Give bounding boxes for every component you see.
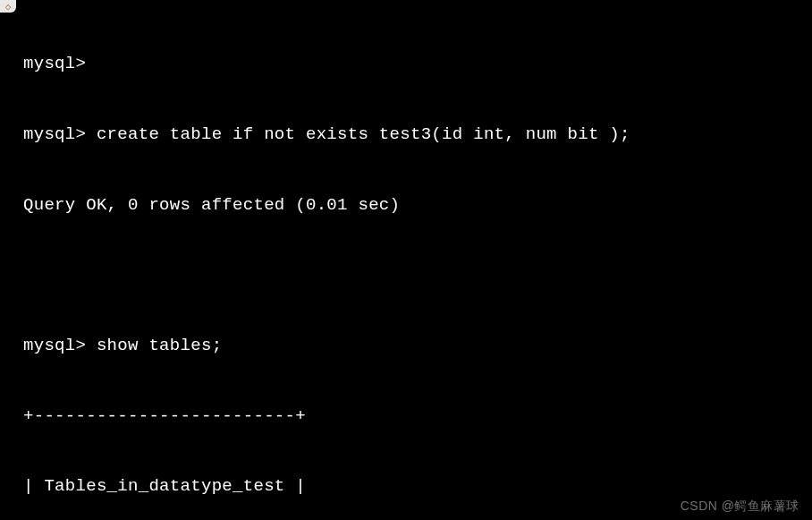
terminal-line: Query OK, 0 rows affected (0.01 sec)	[23, 193, 812, 217]
terminal-line: mysql> show tables;	[23, 334, 812, 357]
watermark: CSDN @鳄鱼麻薯球	[681, 499, 799, 515]
terminal-line	[23, 263, 812, 286]
tab-glyph: ◇	[5, 1, 12, 13]
tab-handle[interactable]: ◇	[0, 0, 16, 13]
terminal-output: mysql> mysql> create table if not exists…	[0, 0, 812, 520]
terminal-line: mysql> create table if not exists test3(…	[23, 123, 812, 146]
terminal-line: +-------------------------+	[23, 405, 812, 428]
terminal-line: | Tables_in_datatype_test |	[23, 474, 812, 498]
terminal-line: mysql>	[23, 52, 812, 75]
